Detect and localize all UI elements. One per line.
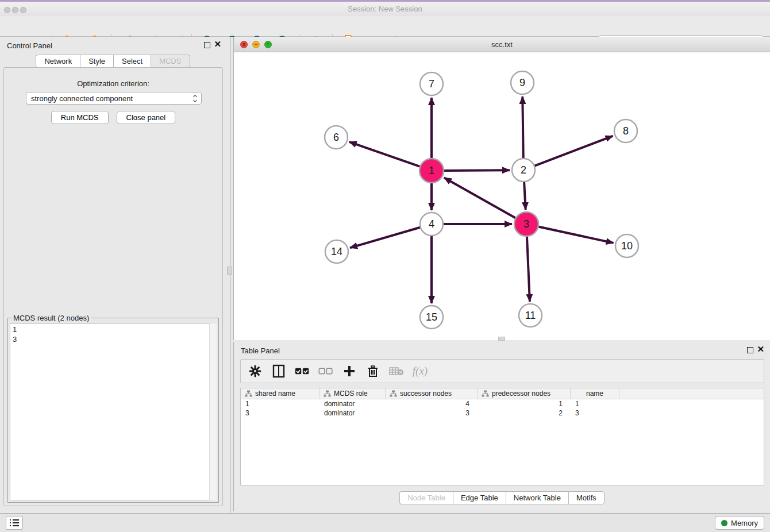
task-history-button[interactable] <box>6 516 23 530</box>
node-15[interactable]: 15 <box>420 306 443 329</box>
close-panel-button[interactable]: Close panel <box>117 111 176 124</box>
cell-shared-name[interactable]: 1 <box>241 399 319 408</box>
edge-1-6[interactable] <box>349 142 421 167</box>
cell-successor-nodes[interactable]: 3 <box>386 408 478 418</box>
network-view-window: x – + scc.txt 7968124314101511 <box>233 37 770 340</box>
node-4[interactable]: 4 <box>420 213 443 236</box>
settings-gear-icon[interactable] <box>248 364 263 379</box>
select-all-columns-icon[interactable] <box>295 364 310 379</box>
table-tabs: Node Table Edge Table Network Table Moti… <box>234 491 770 504</box>
tab-network[interactable]: Network <box>36 55 80 68</box>
memory-button[interactable]: Memory <box>715 516 764 530</box>
node-label: 3 <box>523 218 529 230</box>
cell-shared-name[interactable]: 3 <box>241 408 319 418</box>
edge-3-10[interactable] <box>537 226 614 243</box>
node-2[interactable]: 2 <box>512 159 535 182</box>
status-bar: Memory <box>0 513 770 532</box>
cell-mcds-role[interactable]: dominator <box>319 408 386 418</box>
tab-style[interactable]: Style <box>80 55 113 68</box>
main-toolbar <box>0 16 770 37</box>
hierarchy-icon <box>324 390 331 397</box>
splitter-grip[interactable] <box>227 267 232 275</box>
network-window-titlebar[interactable]: x – + scc.txt <box>234 37 770 52</box>
node-14[interactable]: 14 <box>325 240 348 263</box>
unselect-all-columns-icon[interactable] <box>318 364 333 379</box>
column-header-successor-nodes[interactable]: successor nodes <box>386 388 478 399</box>
optimization-criterion-select[interactable]: strongly connected component <box>26 92 202 105</box>
table-panel: Table Panel ✕ f(x) shared n <box>233 342 770 511</box>
app-title: Session: New Session <box>0 5 770 13</box>
node-11[interactable]: 11 <box>519 304 542 327</box>
optimization-criterion-label: Optimization criterion: <box>4 79 222 88</box>
chevron-up-down-icon <box>194 95 197 102</box>
run-mcds-button[interactable]: Run MCDS <box>51 111 109 124</box>
delete-table-icon <box>389 364 404 379</box>
cell-successor-nodes[interactable]: 4 <box>386 399 478 408</box>
node-label: 8 <box>623 125 629 137</box>
edge-3-1[interactable] <box>444 178 517 218</box>
column-layout-icon[interactable] <box>271 364 286 379</box>
cell-mcds-role[interactable]: dominator <box>319 399 386 408</box>
node-3[interactable]: 3 <box>514 212 538 236</box>
node-9[interactable]: 9 <box>511 71 534 94</box>
edge-1-2[interactable] <box>442 170 510 171</box>
node-label: 2 <box>521 164 526 176</box>
close-panel-icon[interactable]: ✕ <box>214 39 221 49</box>
tab-node-table[interactable]: Node Table <box>399 491 453 504</box>
vertical-splitter[interactable] <box>226 37 233 513</box>
mcds-result-title: MCDS result (2 nodes) <box>11 314 91 322</box>
column-header-name[interactable]: name <box>571 388 619 399</box>
table-row[interactable]: 1 dominator 4 1 1 <box>241 399 764 408</box>
column-header-filler <box>619 388 764 399</box>
node-8[interactable]: 8 <box>614 119 637 142</box>
network-canvas[interactable]: 7968124314101511 <box>234 52 770 340</box>
canvas-splitter-grip[interactable] <box>498 337 505 341</box>
function-builder-icon: f(x) <box>413 364 428 379</box>
column-header-shared-name[interactable]: shared name <box>241 388 319 399</box>
result-scrollbar[interactable] <box>209 323 217 500</box>
tab-mcds[interactable]: MCDS <box>151 55 190 68</box>
cell-predecessor-nodes[interactable]: 1 <box>478 399 571 408</box>
node-10[interactable]: 10 <box>615 234 638 257</box>
control-panel: Control Panel ✕ Network Style Select MCD… <box>0 37 226 513</box>
edge-2-3[interactable] <box>524 180 526 210</box>
cell-predecessor-nodes[interactable]: 2 <box>478 408 571 418</box>
delete-column-icon[interactable] <box>365 364 380 379</box>
tab-network-table[interactable]: Network Table <box>506 491 568 504</box>
column-header-mcds-role[interactable]: MCDS role <box>319 388 386 399</box>
node-6[interactable]: 6 <box>325 126 348 149</box>
float-table-panel-icon[interactable] <box>747 347 753 353</box>
mcds-result-group: MCDS result (2 nodes) 1 3 <box>7 314 219 503</box>
column-label: name <box>586 390 603 398</box>
tab-motifs[interactable]: Motifs <box>568 491 605 504</box>
add-column-icon[interactable] <box>342 364 357 379</box>
tab-edge-table[interactable]: Edge Table <box>453 491 506 504</box>
memory-status-icon <box>721 520 727 526</box>
column-label: predecessor nodes <box>492 390 550 398</box>
edge-2-8[interactable] <box>533 136 613 167</box>
mcds-result-text[interactable]: 1 3 <box>10 323 217 500</box>
column-header-predecessor-nodes[interactable]: predecessor nodes <box>478 388 571 399</box>
edge-4-14[interactable] <box>350 227 422 248</box>
float-panel-icon[interactable] <box>204 42 210 48</box>
table-row[interactable]: 3 dominator 3 2 3 <box>241 408 764 418</box>
network-title: scc.txt <box>234 40 770 49</box>
table-panel-title: Table Panel <box>241 346 280 355</box>
hierarchy-icon <box>245 390 252 397</box>
table-toolbar: f(x) <box>240 359 764 383</box>
node-label: 7 <box>429 78 434 90</box>
node-7[interactable]: 7 <box>420 72 443 95</box>
cell-name[interactable]: 1 <box>571 399 619 408</box>
node-1[interactable]: 1 <box>419 159 444 183</box>
node-table[interactable]: shared name MCDS role successor nodes pr… <box>240 388 764 485</box>
tab-select[interactable]: Select <box>113 55 151 68</box>
cell-name[interactable]: 3 <box>571 408 619 418</box>
column-label: MCDS role <box>334 390 368 398</box>
edge-2-9[interactable] <box>522 97 523 160</box>
edge-3-11[interactable] <box>527 235 530 302</box>
hierarchy-icon <box>482 390 489 397</box>
node-label: 14 <box>331 246 342 257</box>
network-graph[interactable]: 7968124314101511 <box>234 52 770 340</box>
close-table-panel-icon[interactable]: ✕ <box>757 344 764 354</box>
mcds-panel-body: Optimization criterion: strongly connect… <box>3 67 223 506</box>
